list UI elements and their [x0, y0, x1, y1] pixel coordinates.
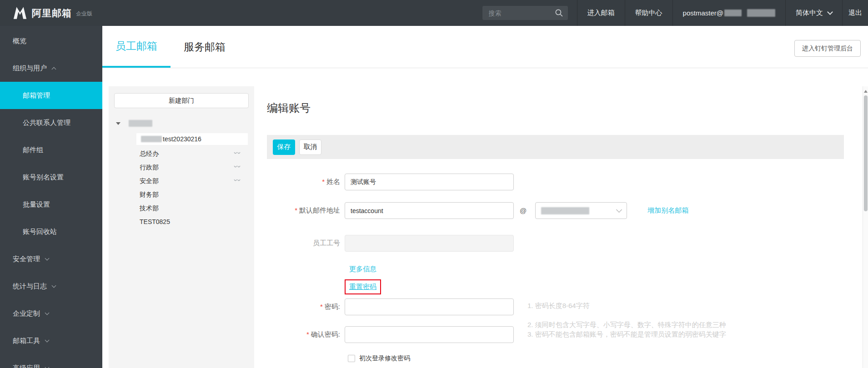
- password-hint-3: 3. 密码不能包含邮箱账号，密码不能是管理员设置的弱密码关键字: [527, 330, 726, 339]
- subtree-fork-icon[interactable]: [234, 179, 241, 183]
- required-marker: *: [322, 178, 325, 185]
- brand-name: 阿里邮箱: [32, 7, 72, 20]
- dingtalk-admin-button[interactable]: 进入钉钉管理后台: [794, 40, 861, 57]
- chevron-down-icon: [616, 207, 622, 213]
- tab-strip: 员工邮箱 服务邮箱 进入钉钉管理后台: [102, 26, 868, 68]
- sidebar-item-public-contacts[interactable]: 公共联系人管理: [0, 109, 102, 136]
- sidebar-item-account-alias[interactable]: 账号别名设置: [0, 164, 102, 191]
- tree-item-selected[interactable]: test20230216: [136, 133, 248, 145]
- first-login-change-row: 初次登录修改密码: [267, 354, 844, 363]
- nav-logout[interactable]: 退出: [843, 0, 868, 26]
- email-local-part-input[interactable]: [345, 202, 514, 219]
- subtree-fork-icon[interactable]: [234, 151, 241, 156]
- chevron-down-icon: [45, 310, 50, 315]
- confirm-password-label: *确认密码:: [267, 330, 345, 339]
- email-field-row: *默认邮件地址 @ 增加别名邮箱: [267, 202, 844, 219]
- sidebar-item-mailbox-management[interactable]: 邮箱管理: [0, 82, 102, 109]
- required-marker: *: [320, 303, 323, 310]
- password-field-row: *密码: 1. 密码长度8-64字符 2. 须同时包含大写字母、小写字母、数字、…: [267, 298, 844, 315]
- tree-selected-label: test20230216: [163, 135, 201, 143]
- redacted-domain-value: [541, 207, 589, 214]
- account-email-prefix: postmaster@: [683, 9, 723, 17]
- name-input[interactable]: [345, 174, 514, 190]
- vertical-scrollbar[interactable]: [863, 86, 868, 368]
- sidebar-item-security[interactable]: 安全管理: [0, 245, 102, 273]
- global-search: [482, 6, 568, 20]
- password-hint-1: 1. 密码长度8-64字符: [527, 302, 590, 310]
- employee-id-label: 员工工号: [267, 239, 345, 248]
- password-input[interactable]: [345, 298, 514, 315]
- redacted-item-prefix: [141, 136, 162, 142]
- sidebar-item-account-recycle[interactable]: 账号回收站: [0, 218, 102, 245]
- chevron-down-icon: [45, 365, 50, 368]
- sidebar-item-overview[interactable]: 概览: [0, 27, 102, 55]
- tree-root-node[interactable]: [116, 120, 254, 127]
- tree-item-department[interactable]: 总经办: [109, 147, 254, 160]
- chevron-down-icon: [827, 9, 833, 15]
- chevron-down-icon: [52, 283, 56, 288]
- brand-logo: 阿里邮箱 企业版: [0, 7, 92, 20]
- name-field-row: *姓名: [267, 174, 844, 190]
- search-icon[interactable]: [555, 9, 563, 17]
- sidebar-item-batch-settings[interactable]: 批量设置: [0, 191, 102, 218]
- edit-account-form: 编辑账号 保存 取消 *姓名 *默认邮件地址 @ 增加别名邮箱 员工工号 更多信…: [267, 101, 844, 363]
- more-info-link[interactable]: 更多信息: [349, 265, 376, 274]
- sidebar-item-enterprise-custom[interactable]: 企业定制: [0, 300, 102, 327]
- sidebar-item-mail-groups[interactable]: 邮件组: [0, 136, 102, 164]
- at-symbol: @: [520, 207, 527, 214]
- sidebar-menu: 概览 组织与用户 邮箱管理 公共联系人管理 邮件组 账号别名设置 批量设置 账号…: [0, 26, 102, 368]
- confirm-password-input[interactable]: [345, 326, 514, 343]
- sidebar-item-org-users[interactable]: 组织与用户: [0, 55, 102, 82]
- reset-password-link[interactable]: 重置密码: [349, 283, 376, 290]
- email-label: *默认邮件地址: [267, 206, 345, 215]
- tree-item-department[interactable]: 财务部: [109, 188, 254, 201]
- sidebar: 概览 组织与用户 邮箱管理 公共联系人管理 邮件组 账号别名设置 批量设置 账号…: [0, 26, 102, 368]
- new-department-button[interactable]: 新建部门: [114, 93, 249, 108]
- sidebar-item-stats-logs[interactable]: 统计与日志: [0, 273, 102, 300]
- nav-help-center[interactable]: 帮助中心: [625, 0, 672, 26]
- chevron-down-icon: [45, 256, 50, 260]
- sidebar-item-mail-tools[interactable]: 邮箱工具: [0, 327, 102, 354]
- page-title: 编辑账号: [267, 101, 844, 115]
- sidebar-item-advanced-apps[interactable]: 高级应用: [0, 354, 102, 368]
- cancel-button[interactable]: 取消: [299, 139, 321, 155]
- language-selector[interactable]: 简体中文: [786, 0, 842, 26]
- tree-expand-triangle-icon[interactable]: [116, 122, 120, 125]
- nav-enter-mailbox[interactable]: 进入邮箱: [577, 0, 625, 26]
- reset-password-highlight-box: 重置密码: [345, 279, 381, 294]
- chevron-down-icon: [45, 338, 50, 342]
- tree-item-department[interactable]: 行政部: [109, 160, 254, 174]
- tree-item-department[interactable]: 技术部: [109, 201, 254, 215]
- redacted-account-domain: [724, 10, 742, 16]
- name-label: *姓名: [267, 178, 345, 186]
- tab-employee-mailbox[interactable]: 员工邮箱: [102, 26, 171, 68]
- save-button[interactable]: 保存: [273, 139, 295, 155]
- scrollbar-thumb[interactable]: [864, 95, 868, 211]
- department-list: 总经办 行政部 安全部 财务部 技术部 TEST0825: [109, 147, 254, 229]
- form-toolbar: 保存 取消: [267, 135, 844, 159]
- alimail-logo-icon: [12, 7, 28, 19]
- language-label: 简体中文: [796, 9, 823, 17]
- redacted-account-domain: [747, 9, 775, 17]
- required-marker: *: [295, 206, 297, 214]
- required-marker: *: [306, 330, 309, 338]
- tree-item-department[interactable]: 安全部: [109, 174, 254, 188]
- chevron-up-icon: [52, 67, 56, 71]
- brand-edition: 企业版: [76, 10, 92, 18]
- first-login-change-label: 初次登录修改密码: [359, 354, 410, 363]
- first-login-change-checkbox[interactable]: [348, 355, 355, 362]
- confirm-password-field-row: *确认密码: 3. 密码不能包含邮箱账号，密码不能是管理员设置的弱密码关键字: [267, 326, 844, 343]
- top-navigation: 进入邮箱 帮助中心 postmaster@ 简体中文 退出: [482, 0, 868, 26]
- department-tree-panel: 新建部门 test20230216 总经办 行政部 安全部 财务部 技术部 TE…: [109, 86, 254, 368]
- redacted-company-name: [129, 120, 152, 127]
- account-email: postmaster@: [673, 0, 785, 26]
- subtree-fork-icon[interactable]: [234, 165, 241, 169]
- mail-domain-select[interactable]: [535, 202, 627, 219]
- scroll-up-arrow-icon[interactable]: [864, 88, 868, 93]
- add-alias-link[interactable]: 增加别名邮箱: [647, 206, 688, 215]
- tree-item-department[interactable]: TEST0825: [109, 215, 254, 229]
- tab-service-mailbox[interactable]: 服务邮箱: [171, 26, 239, 68]
- password-label: *密码:: [267, 303, 345, 311]
- top-header: 阿里邮箱 企业版 进入邮箱 帮助中心 postmaster@ 简体中文 退出: [0, 0, 868, 26]
- employee-id-field-row: 员工工号: [267, 235, 844, 252]
